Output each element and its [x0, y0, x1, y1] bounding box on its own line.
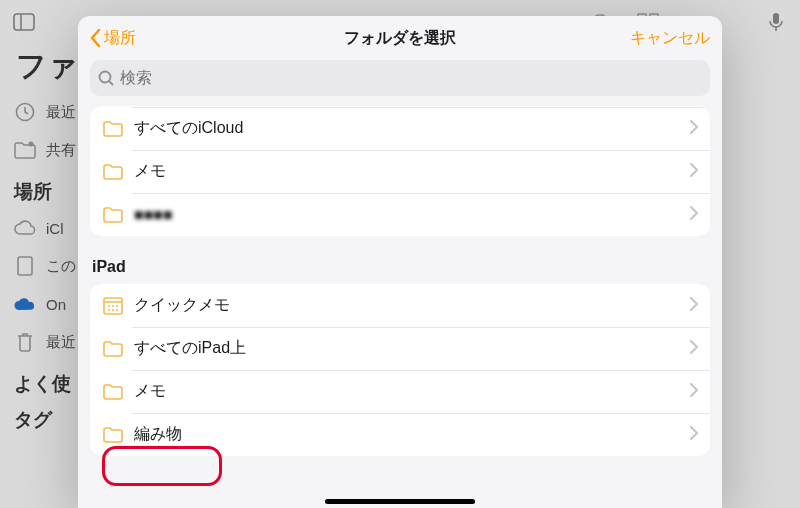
folder-row-memo-ipad[interactable]: メモ [90, 370, 710, 413]
folder-list: ▢▢▢▢▢ すべてのiCloud メモ ■■■■ [78, 106, 722, 508]
folder-icon [102, 424, 124, 446]
folder-row-memo[interactable]: メモ [90, 150, 710, 193]
chevron-right-icon [690, 340, 698, 358]
folder-label: すべてのiCloud [134, 118, 690, 139]
folder-icon [102, 338, 124, 360]
search-field[interactable] [90, 60, 710, 96]
chevron-right-icon [690, 297, 698, 315]
chevron-right-icon [690, 383, 698, 401]
home-indicator[interactable] [325, 499, 475, 504]
quicknote-icon [102, 295, 124, 317]
svg-point-13 [100, 72, 111, 83]
chevron-right-icon [690, 426, 698, 444]
chevron-right-icon [690, 206, 698, 224]
search-container [78, 60, 722, 106]
folder-label: メモ [134, 161, 690, 182]
folder-row[interactable]: ■■■■ [90, 193, 710, 236]
folder-label: クイックメモ [134, 295, 690, 316]
search-icon [98, 70, 114, 86]
chevron-left-icon [90, 28, 102, 48]
folder-label: ■■■■ [134, 206, 690, 224]
folder-row-knitting[interactable]: 編み物 [90, 413, 710, 456]
folder-picker-sheet: 場所 フォルダを選択 キャンセル ▢▢▢▢▢ すべてのiCloud [78, 16, 722, 508]
folder-group-icloud: ▢▢▢▢▢ すべてのiCloud メモ ■■■■ [90, 106, 710, 236]
cancel-button[interactable]: キャンセル [630, 28, 710, 49]
folder-icon [102, 118, 124, 140]
section-header-ipad: iPad [78, 244, 722, 284]
folder-icon [102, 161, 124, 183]
sheet-title: フォルダを選択 [78, 28, 722, 49]
folder-label: 編み物 [134, 424, 690, 445]
chevron-right-icon [690, 163, 698, 181]
folder-row-quicknote[interactable]: クイックメモ [90, 284, 710, 327]
folder-label: すべてのiPad上 [134, 338, 690, 359]
folder-row-all-ipad[interactable]: すべてのiPad上 [90, 327, 710, 370]
folder-row-all-icloud[interactable]: すべてのiCloud [90, 107, 710, 150]
folder-group-ipad: クイックメモ すべてのiPad上 メモ 編み物 [90, 284, 710, 456]
sheet-nav: 場所 フォルダを選択 キャンセル [78, 16, 722, 60]
back-button[interactable]: 場所 [90, 28, 136, 49]
folder-icon [102, 381, 124, 403]
folder-icon [102, 204, 124, 226]
svg-line-14 [109, 81, 113, 85]
chevron-right-icon [690, 120, 698, 138]
search-input[interactable] [120, 69, 702, 87]
back-label: 場所 [104, 28, 136, 49]
folder-label: メモ [134, 381, 690, 402]
